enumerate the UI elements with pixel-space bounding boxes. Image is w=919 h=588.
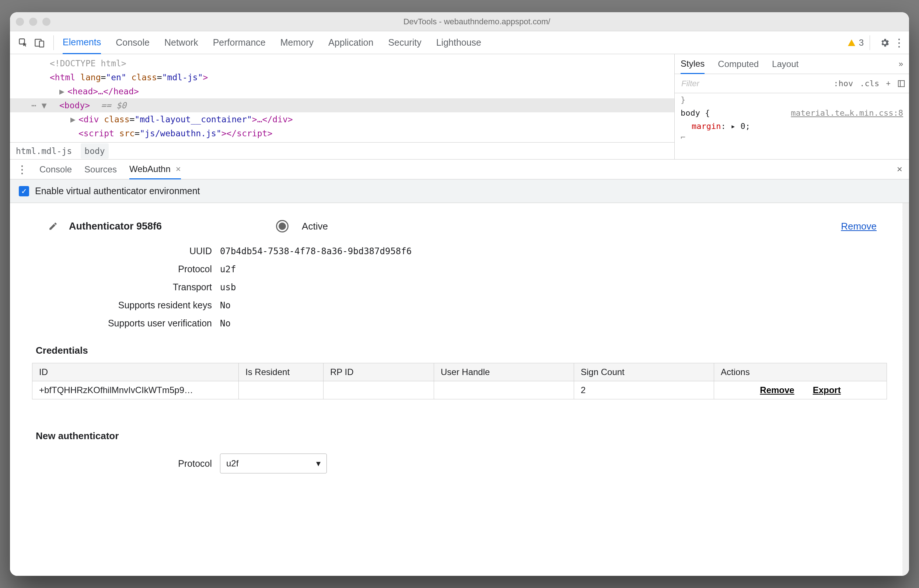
credential-row[interactable]: +bfTQHHRzKOfhilMnvIvCIkWTm5p9… 2 Remove … <box>32 381 887 399</box>
devtools-window: DevTools - webauthndemo.appspot.com/ Ele… <box>10 12 909 576</box>
tab-memory[interactable]: Memory <box>280 31 313 54</box>
inspect-element-icon[interactable] <box>15 35 31 51</box>
tab-application[interactable]: Application <box>328 31 373 54</box>
col-id[interactable]: ID <box>32 363 239 381</box>
main-tabs: Elements Console Network Performance Mem… <box>63 31 481 54</box>
minimize-window-dot[interactable] <box>29 18 37 26</box>
dom-selected-body[interactable]: <body> == $0 <box>10 99 674 112</box>
hov-button[interactable]: :hov <box>833 79 853 88</box>
new-protocol-select[interactable]: u2f ▾ <box>220 454 327 473</box>
authenticator-details: UUID07b4db54-7538-4f78-8a36-9bd387d958f6… <box>10 246 909 329</box>
elements-panel: <!DOCTYPE html> <html lang="en" class="m… <box>10 54 909 160</box>
window-titlebar: DevTools - webauthndemo.appspot.com/ <box>10 12 909 31</box>
warnings-badge[interactable]: 3 <box>847 37 864 48</box>
credential-remove-link[interactable]: Remove <box>760 385 794 395</box>
edit-authenticator-icon[interactable] <box>48 221 58 231</box>
credentials-table: ID Is Resident RP ID User Handle Sign Co… <box>32 363 887 399</box>
settings-gear-icon[interactable] <box>880 37 890 48</box>
authenticator-active-radio[interactable] <box>276 220 289 233</box>
svg-rect-3 <box>898 80 904 87</box>
new-protocol-label: Protocol <box>10 458 220 469</box>
credential-signcount: 2 <box>574 381 714 399</box>
drawer-tab-webauthn[interactable]: WebAuthn × <box>129 160 181 179</box>
more-tabs-icon[interactable]: » <box>899 59 903 69</box>
resident-keys-value: No <box>220 300 231 310</box>
col-actions: Actions <box>714 363 887 381</box>
tab-lighthouse[interactable]: Lighthouse <box>436 31 481 54</box>
close-tab-icon[interactable]: × <box>176 164 181 174</box>
drawer-tab-console[interactable]: Console <box>39 160 72 179</box>
devtools-topbar: Elements Console Network Performance Mem… <box>10 31 909 54</box>
separator <box>870 36 870 50</box>
sidebar-toggle-icon[interactable] <box>897 79 905 88</box>
drawer-menu-icon[interactable]: ⋮ <box>16 163 27 176</box>
transport-value: usb <box>220 282 236 292</box>
traffic-lights <box>16 18 50 26</box>
credentials-heading: Credentials <box>36 345 909 356</box>
more-menu-icon[interactable]: ⋮ <box>893 36 904 49</box>
dom-tree[interactable]: <!DOCTYPE html> <html lang="en" class="m… <box>10 54 675 159</box>
source-link[interactable]: material.te…k.min.css:8 <box>791 107 903 120</box>
breadcrumb-body[interactable]: body <box>81 143 108 159</box>
enable-authenticator-checkbox[interactable]: ✓ <box>19 186 29 196</box>
layout-tab[interactable]: Layout <box>772 54 798 74</box>
webauthn-body: Authenticator 958f6 Active Remove UUID07… <box>10 203 909 576</box>
styles-content[interactable]: } body { material.te…k.min.css:8 margin:… <box>675 93 909 144</box>
new-authenticator-heading: New authenticator <box>36 430 909 442</box>
drawer: ⋮ Console Sources WebAuthn × × ✓ Enable … <box>10 160 909 576</box>
breadcrumb-html[interactable]: html.mdl-js <box>16 144 72 158</box>
cls-button[interactable]: .cls <box>860 79 879 88</box>
enable-authenticator-label: Enable virtual authenticator environment <box>35 186 200 196</box>
tab-security[interactable]: Security <box>388 31 421 54</box>
col-resident[interactable]: Is Resident <box>239 363 323 381</box>
col-signcount[interactable]: Sign Count <box>574 363 714 381</box>
authenticator-active-label: Active <box>302 221 328 232</box>
drawer-tabs: ⋮ Console Sources WebAuthn × × <box>10 160 909 179</box>
chevron-down-icon: ▾ <box>316 458 321 468</box>
credential-id: +bfTQHHRzKOfhilMnvIvCIkWTm5p9… <box>32 381 239 399</box>
tab-elements[interactable]: Elements <box>63 32 101 54</box>
styles-panel: Styles Computed Layout » Filter :hov .cl… <box>675 54 909 159</box>
close-window-dot[interactable] <box>16 18 24 26</box>
add-rule-button[interactable]: + <box>886 79 891 89</box>
styles-tab[interactable]: Styles <box>681 55 704 74</box>
zoom-window-dot[interactable] <box>42 18 50 26</box>
computed-tab[interactable]: Computed <box>718 54 759 74</box>
protocol-value: u2f <box>220 264 236 275</box>
tab-performance[interactable]: Performance <box>213 31 266 54</box>
window-title: DevTools - webauthndemo.appspot.com/ <box>50 17 903 26</box>
tab-console[interactable]: Console <box>116 31 150 54</box>
tab-network[interactable]: Network <box>164 31 198 54</box>
breadcrumb: html.mdl-js body <box>10 142 674 159</box>
remove-authenticator-link[interactable]: Remove <box>841 221 877 232</box>
warnings-count: 3 <box>859 37 864 48</box>
credential-export-link[interactable]: Export <box>813 385 841 395</box>
device-toolbar-icon[interactable] <box>31 35 47 51</box>
drawer-tab-sources[interactable]: Sources <box>84 160 117 179</box>
col-userhandle[interactable]: User Handle <box>434 363 574 381</box>
enable-authenticator-row: ✓ Enable virtual authenticator environme… <box>10 179 909 203</box>
user-verification-value: No <box>220 318 231 329</box>
drawer-close-icon[interactable]: × <box>897 163 903 175</box>
uuid-value: 07b4db54-7538-4f78-8a36-9bd387d958f6 <box>220 246 412 257</box>
svg-rect-2 <box>39 41 44 47</box>
col-rpid[interactable]: RP ID <box>323 363 434 381</box>
authenticator-name: Authenticator 958f6 <box>69 221 162 232</box>
dom-doctype: <!DOCTYPE html> <box>50 58 126 68</box>
styles-filter-input[interactable]: Filter <box>678 79 827 89</box>
separator <box>53 36 54 50</box>
